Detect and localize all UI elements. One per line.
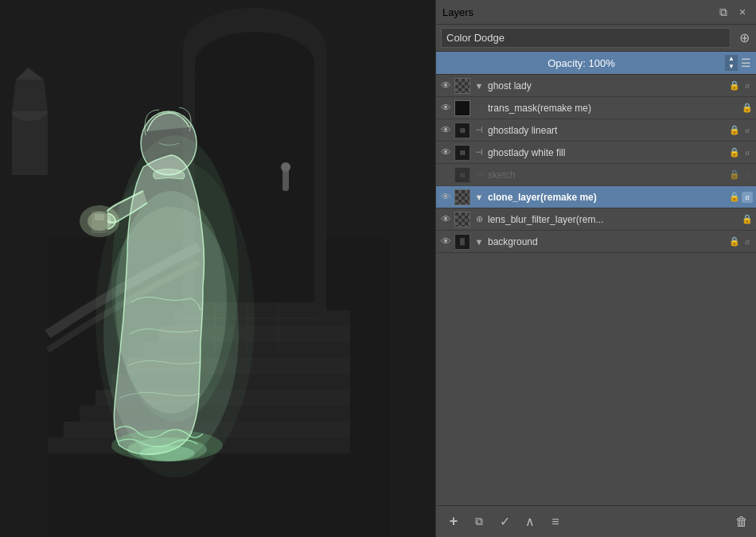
layer-lock-icon[interactable]: 🔒 bbox=[742, 103, 753, 114]
layer-right-icons: 🔒 α bbox=[729, 236, 753, 247]
layer-right-icons: 🔒 α bbox=[729, 192, 753, 203]
layer-name: ghost lady bbox=[488, 80, 727, 91]
canvas-area bbox=[0, 0, 435, 537]
layer-lock-icon[interactable]: 🔒 bbox=[742, 214, 753, 225]
layer-visibility-icon[interactable]: 👁 bbox=[439, 235, 452, 248]
canvas-image bbox=[0, 0, 435, 537]
layer-alpha-icon[interactable]: α bbox=[742, 169, 753, 181]
opacity-down-button[interactable]: ▼ bbox=[725, 63, 738, 71]
panel-header-icons: ⧉ × bbox=[716, 5, 750, 19]
layer-visibility-icon[interactable]: 👁 bbox=[439, 191, 452, 204]
delete-layer-button[interactable]: 🗑 bbox=[735, 515, 748, 529]
layer-linked-icon: ⊣ bbox=[473, 169, 485, 181]
check-button[interactable]: ✓ bbox=[495, 512, 514, 531]
layer-row[interactable]: 👁 ▓ ▼ background 🔒 α bbox=[436, 231, 756, 253]
layer-row[interactable]: ○ ▤ ⊣ sketch 🔒 α bbox=[436, 164, 756, 186]
move-up-button[interactable]: ∧ bbox=[520, 512, 540, 531]
layer-name: clone_layer(remake me) bbox=[488, 192, 727, 203]
svg-point-8 bbox=[281, 162, 290, 172]
layer-name: sketch bbox=[488, 169, 727, 181]
layer-row[interactable]: 👁 trans_mask(remake me) 🔒 bbox=[436, 97, 756, 119]
layer-row[interactable]: 👁 ⊕ lens_blur_filter_layer(rem... 🔒 bbox=[436, 208, 756, 231]
layer-linked-icon: ⊣ bbox=[473, 146, 485, 159]
layer-right-icons: 🔒 bbox=[742, 214, 753, 225]
layer-name: ghostlady white fill bbox=[488, 147, 727, 158]
layer-row[interactable]: 👁 ▤ ⊣ ghostlady white fill 🔒 α bbox=[436, 142, 756, 164]
layer-row[interactable]: 👁 ▼ ghost lady 🔒 α bbox=[436, 75, 756, 97]
layer-group-icon: ▼ bbox=[473, 235, 485, 248]
svg-point-6 bbox=[195, 32, 314, 95]
layer-thumbnail bbox=[454, 189, 470, 205]
opacity-up-button[interactable]: ▲ bbox=[725, 55, 738, 63]
layer-name: background bbox=[488, 236, 727, 247]
layer-name: trans_mask(remake me) bbox=[488, 103, 739, 114]
layer-lock-icon[interactable]: 🔒 bbox=[729, 192, 740, 203]
svg-point-34 bbox=[88, 212, 111, 231]
layer-visibility-icon[interactable]: 👁 bbox=[439, 80, 452, 92]
layer-visibility-icon[interactable]: 👁 bbox=[439, 213, 452, 226]
layer-right-icons: 🔒 α bbox=[729, 80, 753, 91]
layer-linked-icon: ⊣ bbox=[473, 124, 485, 137]
layer-visibility-icon[interactable]: ○ bbox=[439, 169, 452, 181]
expand-icon[interactable]: ⧉ bbox=[716, 5, 731, 19]
layer-row[interactable]: 👁 ▼ clone_layer(remake me) 🔒 α bbox=[436, 186, 756, 208]
layer-lock-icon[interactable]: 🔒 bbox=[729, 147, 740, 158]
layer-thumbnail: ▤ bbox=[454, 145, 470, 161]
layer-alpha-icon[interactable]: α bbox=[742, 147, 753, 158]
layer-alpha-icon[interactable]: α bbox=[742, 236, 753, 247]
layer-name: ghostlady lineart bbox=[488, 125, 727, 136]
layer-name: lens_blur_filter_layer(rem... bbox=[488, 214, 739, 225]
layer-visibility-icon[interactable]: 👁 bbox=[439, 146, 452, 159]
layer-visibility-icon[interactable]: 👁 bbox=[439, 124, 452, 137]
opacity-label: Opacity: 100% bbox=[441, 57, 722, 69]
layer-alpha-icon[interactable]: α bbox=[742, 192, 753, 203]
svg-rect-9 bbox=[12, 111, 48, 175]
menu-button[interactable]: ≡ bbox=[546, 512, 565, 531]
layer-alpha-icon[interactable]: α bbox=[742, 80, 753, 91]
blend-mode-row: Color Dodge Normal Multiply Screen Overl… bbox=[436, 25, 756, 52]
layer-thumbnail bbox=[454, 212, 470, 228]
layer-right-icons: 🔒 bbox=[742, 103, 753, 114]
layers-panel: Layers ⧉ × Color Dodge Normal Multiply S… bbox=[435, 0, 756, 537]
opacity-row: Opacity: 100% ▲ ▼ ☰ bbox=[436, 52, 756, 75]
copy-layer-button[interactable]: ⧉ bbox=[470, 512, 489, 531]
add-layer-button[interactable]: + bbox=[444, 512, 463, 531]
blend-mode-select[interactable]: Color Dodge Normal Multiply Screen Overl… bbox=[441, 28, 731, 48]
layer-filter-icon: ⊕ bbox=[473, 213, 485, 226]
panel-header: Layers ⧉ × bbox=[436, 0, 756, 25]
layer-right-icons: 🔒 α bbox=[729, 125, 753, 136]
filter-icon[interactable]: ⊕ bbox=[737, 31, 751, 45]
layer-alpha-icon[interactable]: α bbox=[742, 125, 753, 136]
svg-point-37 bbox=[139, 446, 195, 461]
layer-group-icon: ▼ bbox=[473, 80, 485, 92]
layer-thumbnail: ▓ bbox=[454, 234, 470, 250]
panel-title: Layers bbox=[442, 6, 473, 18]
layer-group-icon: ▼ bbox=[473, 191, 485, 204]
layer-type-icon bbox=[473, 102, 485, 115]
opacity-stepper: ▲ ▼ bbox=[725, 55, 738, 71]
bottom-left-icons: + ⧉ ✓ ∧ ≡ bbox=[444, 512, 565, 531]
bottom-toolbar: + ⧉ ✓ ∧ ≡ 🗑 bbox=[436, 505, 756, 537]
layer-lock-icon[interactable]: 🔒 bbox=[729, 80, 740, 91]
layer-thumbnail: ▤ bbox=[454, 123, 470, 138]
layer-row[interactable]: 👁 ▤ ⊣ ghostlady lineart 🔒 α bbox=[436, 119, 756, 142]
close-icon[interactable]: × bbox=[735, 5, 750, 19]
layer-right-icons: 🔒 α bbox=[729, 147, 753, 158]
layer-thumbnail: ▤ bbox=[454, 167, 470, 183]
opacity-menu-icon[interactable]: ☰ bbox=[741, 56, 751, 69]
layer-visibility-icon[interactable]: 👁 bbox=[439, 102, 452, 115]
layer-lock-icon[interactable]: 🔒 bbox=[729, 169, 740, 181]
layer-lock-icon[interactable]: 🔒 bbox=[729, 125, 740, 136]
layer-lock-icon[interactable]: 🔒 bbox=[729, 236, 740, 247]
layer-list: 👁 ▼ ghost lady 🔒 α 👁 trans_mask(remake m… bbox=[436, 75, 756, 505]
blend-mode-wrapper: Color Dodge Normal Multiply Screen Overl… bbox=[441, 28, 731, 48]
layer-right-icons: 🔒 α bbox=[729, 169, 753, 181]
layer-thumbnail bbox=[454, 100, 470, 116]
layer-thumbnail bbox=[454, 78, 470, 94]
